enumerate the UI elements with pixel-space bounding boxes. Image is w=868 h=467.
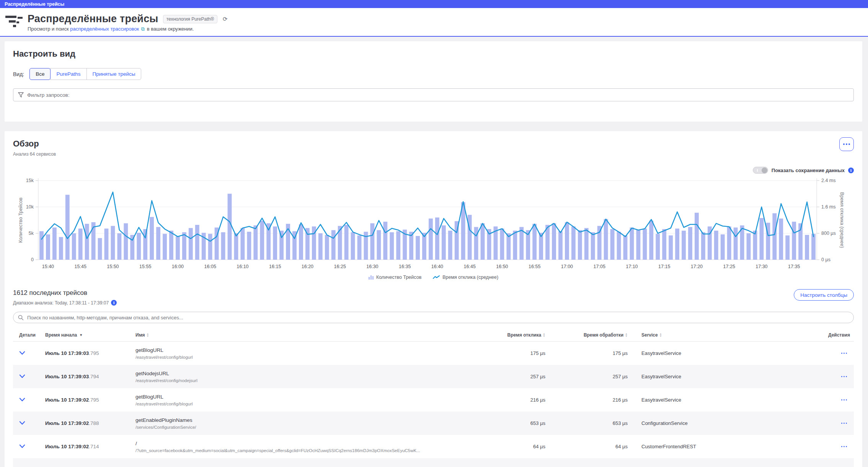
- service-name[interactable]: EasytravelService: [628, 374, 789, 379]
- svg-text:16:15: 16:15: [269, 264, 281, 269]
- col-start-time[interactable]: Время начала▼: [45, 332, 135, 338]
- col-actions: Действия: [789, 332, 854, 338]
- view-option-all[interactable]: Все: [29, 68, 51, 80]
- traces-count-title: 1612 последних трейсов: [13, 289, 117, 297]
- row-actions-button[interactable]: [840, 374, 849, 379]
- sort-icon: ▲▼: [659, 333, 662, 337]
- sort-icon: ▲▼: [543, 333, 545, 337]
- data-retention-info-icon[interactable]: i: [848, 168, 854, 173]
- trace-name: getEnabledPluginNames /services/Configur…: [135, 417, 488, 430]
- col-response-time[interactable]: Время отклика▲▼: [488, 332, 545, 338]
- expand-chevron-icon[interactable]: [19, 444, 25, 448]
- expand-chevron-icon[interactable]: [19, 421, 25, 425]
- table-row: Июль 10 17:39:02.714 / /?utm_source=face…: [13, 435, 854, 458]
- search-placeholder: Поиск по названиям, http-методам, причин…: [27, 315, 183, 321]
- view-segmented-control: Все PurePaths Принятые трейсы: [29, 68, 141, 80]
- svg-text:17:00: 17:00: [561, 264, 573, 269]
- svg-text:Количество Трейсов: Количество Трейсов: [18, 197, 23, 243]
- trace-name: / /?utm_source=facebook&utm_medium=socia…: [135, 441, 488, 453]
- table-row: Июль 10 17:39:02.788 getEnabledPluginNam…: [13, 412, 854, 435]
- trace-name: getNodejsURL /easytravel/rest/config/nod…: [135, 371, 488, 383]
- legend-response-time-label: Время отклика (среднее): [442, 275, 498, 280]
- external-link-icon[interactable]: ⧉: [140, 26, 145, 32]
- page-header-text: Распределённые трейсы технология PurePat…: [28, 13, 228, 32]
- svg-text:16:05: 16:05: [204, 264, 216, 269]
- show-data-retention-toggle[interactable]: [753, 167, 768, 174]
- traces-list-titles: 1612 последних трейсов Диапазон анализа:…: [13, 289, 117, 306]
- row-actions-button[interactable]: [840, 398, 849, 402]
- traces-search-input[interactable]: Поиск по названиям, http-методам, причин…: [13, 312, 854, 323]
- filter-input[interactable]: Фильтр запросов:: [13, 88, 854, 101]
- start-time: Июль 10 17:39:03.795: [45, 350, 135, 356]
- traces-chart: 00 µs5k800 µs10k1.6 ms15k2.4 ms15:4015:4…: [13, 177, 854, 273]
- svg-text:16:10: 16:10: [237, 264, 248, 269]
- svg-text:16:20: 16:20: [302, 264, 313, 269]
- overview-more-button[interactable]: [839, 137, 854, 151]
- svg-text:800 µs: 800 µs: [821, 231, 836, 236]
- overview-card: Обзор Анализ 64 сервисов Показать сохран…: [5, 131, 862, 467]
- subtitle-suffix: в вашем окружении.: [147, 26, 194, 32]
- page-header: Распределённые трейсы технология PurePat…: [0, 8, 868, 37]
- view-option-purepaths[interactable]: PurePaths: [50, 68, 86, 80]
- row-actions-button[interactable]: [840, 351, 849, 356]
- svg-text:17:10: 17:10: [626, 264, 638, 269]
- svg-text:16:30: 16:30: [366, 264, 378, 269]
- processing-time: 257 µs: [545, 374, 628, 379]
- top-bar-title: Распределённые трейсы: [5, 2, 64, 7]
- chart-legend: Количество Трейсов Время отклика (средне…: [13, 275, 854, 280]
- view-option-accepted-traces[interactable]: Принятые трейсы: [86, 68, 142, 80]
- service-name[interactable]: EasytravelService: [628, 397, 789, 403]
- expand-chevron-icon[interactable]: [19, 351, 25, 355]
- expand-chevron-icon[interactable]: [19, 374, 25, 378]
- legend-trace-count: Количество Трейсов: [369, 275, 421, 280]
- analysis-range-info-icon[interactable]: i: [111, 300, 117, 306]
- start-time: Июль 10 17:39:02.795: [45, 397, 135, 403]
- traces-list-header: 1612 последних трейсов Диапазон анализа:…: [13, 289, 854, 306]
- subtitle-prefix: Просмотр и поиск: [28, 26, 69, 32]
- svg-text:17:35: 17:35: [788, 264, 800, 269]
- data-retention-label: Показать сохранение данных: [772, 168, 845, 173]
- response-time: 175 µs: [488, 350, 545, 356]
- sort-icon: ▲▼: [147, 333, 149, 337]
- svg-text:16:45: 16:45: [464, 264, 476, 269]
- table-row: Июль 10 17:39:03.794 getNodejsURL /easyt…: [13, 365, 854, 388]
- legend-bars-icon: [369, 275, 374, 280]
- traces-table-header: Детали Время начала▼ Имя▲▼ Время отклика…: [13, 329, 854, 342]
- col-service[interactable]: Service▲▼: [628, 332, 789, 338]
- svg-text:16:55: 16:55: [529, 264, 540, 269]
- search-icon: [18, 315, 24, 321]
- configure-view-title: Настроить вид: [13, 49, 854, 59]
- svg-text:16:35: 16:35: [399, 264, 411, 269]
- table-row: [13, 458, 854, 467]
- page-title: Распределённые трейсы: [28, 13, 158, 25]
- traces-doc-link[interactable]: распределённых трассировок: [70, 26, 139, 32]
- legend-response-time: Время отклика (среднее): [433, 275, 498, 280]
- analysis-range-label: Диапазон анализа: Today, 17:38:11 - 17:3…: [13, 300, 109, 306]
- svg-text:15:45: 15:45: [75, 264, 86, 269]
- col-processing-time[interactable]: Время обработки▲▼: [545, 332, 628, 338]
- svg-text:0: 0: [31, 257, 34, 262]
- traces-chart-svg: 00 µs5k800 µs10k1.6 ms15k2.4 ms15:4015:4…: [13, 177, 854, 272]
- analysis-range: Диапазон анализа: Today, 17:38:11 - 17:3…: [13, 300, 117, 306]
- sort-icon: ▲▼: [625, 333, 628, 337]
- table-row: Июль 10 17:39:03.795 getBlogURL /easytra…: [13, 342, 854, 365]
- svg-text:2.4 ms: 2.4 ms: [821, 178, 836, 183]
- svg-text:16:00: 16:00: [172, 264, 184, 269]
- overview-subtitle: Анализ 64 сервисов: [13, 151, 854, 157]
- page-subtitle: Просмотр и поиск распределённых трассиро…: [28, 26, 228, 32]
- row-actions-button[interactable]: [840, 444, 849, 449]
- data-retention-row: Показать сохранение данных i: [13, 167, 854, 174]
- configure-columns-button[interactable]: Настроить столбцы: [794, 289, 854, 301]
- col-name[interactable]: Имя▲▼: [135, 332, 488, 338]
- svg-text:17:05: 17:05: [594, 264, 605, 269]
- row-actions-button[interactable]: [840, 421, 849, 426]
- service-name[interactable]: EasytravelService: [628, 350, 789, 356]
- processing-time: 653 µs: [545, 420, 628, 426]
- svg-text:16:40: 16:40: [431, 264, 443, 269]
- expand-chevron-icon[interactable]: [19, 398, 25, 402]
- service-name[interactable]: CustomerFrontendREST: [628, 444, 789, 449]
- sort-desc-icon: ▼: [79, 333, 83, 337]
- service-name[interactable]: ConfigurationService: [628, 420, 789, 426]
- processing-time: 64 µs: [545, 444, 628, 449]
- response-time: 64 µs: [488, 444, 545, 449]
